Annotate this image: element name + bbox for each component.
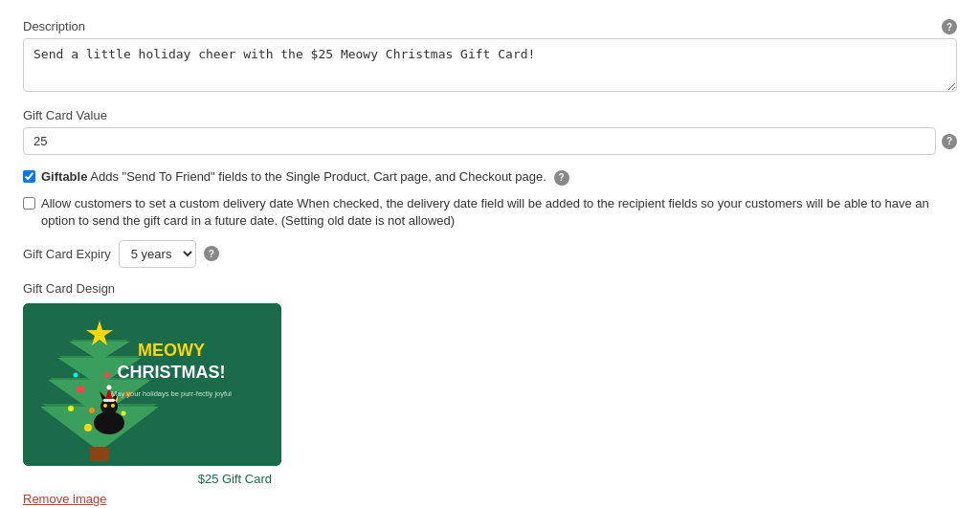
gift-card-value-help-icon[interactable]: ? [942,134,957,149]
svg-point-11 [77,386,84,393]
gift-card-image: MEOWY CHRISTMAS! May your holidays be pu… [23,303,281,466]
description-textarea[interactable]: Send a little holiday cheer with the $25… [23,38,957,92]
giftable-help-icon[interactable]: ? [554,170,569,186]
remove-image-link[interactable]: Remove image [23,492,957,506]
svg-text:CHRISTMAS!: CHRISTMAS! [118,363,226,382]
svg-text:MEOWY: MEOWY [138,341,205,360]
description-label: Description [23,19,85,33]
giftable-checkbox[interactable] [23,170,35,183]
description-help-icon[interactable]: ? [942,19,957,34]
svg-point-20 [122,410,126,415]
svg-point-17 [68,406,74,411]
svg-point-19 [74,372,78,377]
expiry-row: Gift Card Expiry 1 year 2 years 3 years … [23,240,957,268]
svg-point-15 [84,424,92,431]
custom-delivery-checkbox[interactable] [23,197,35,210]
svg-point-14 [104,372,110,378]
svg-point-26 [111,404,115,408]
expiry-label: Gift Card Expiry [23,247,111,261]
expiry-select[interactable]: 1 year 2 years 3 years 5 years Never [119,240,196,268]
svg-text:May your holidays be purr-fect: May your holidays be purr-fectly joyful [111,389,232,398]
gift-card-value-input[interactable]: 25 [23,127,936,155]
giftable-label: Giftable Adds "Send To Friend" fields to… [41,168,569,186]
giftable-description: Adds "Send To Friend" fields to the Sing… [90,169,546,184]
giftable-field-name: Giftable [41,169,87,184]
gift-card-design-section: Gift Card Design [23,281,957,508]
gift-card-price: $25 Gift Card [23,472,281,486]
svg-point-13 [89,408,95,413]
gift-card-design-label: Gift Card Design [23,281,957,296]
svg-point-25 [103,404,107,408]
gift-card-value-label: Gift Card Value [23,108,107,122]
giftable-row: Giftable Adds "Send To Friend" fields to… [23,168,957,186]
svg-rect-9 [90,447,109,461]
custom-delivery-row: Allow customers to set a custom delivery… [23,195,957,230]
expiry-help-icon[interactable]: ? [204,246,219,261]
svg-rect-28 [103,399,115,402]
custom-delivery-label: Allow customers to set a custom delivery… [41,195,957,230]
